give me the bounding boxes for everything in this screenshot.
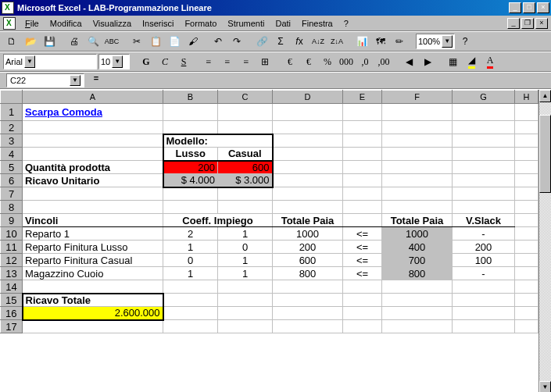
new-button[interactable]: 🗋: [3, 33, 20, 50]
print-button[interactable]: 🖨: [66, 33, 83, 50]
cell-D9[interactable]: Totale Paia: [273, 214, 343, 227]
drawing-button[interactable]: ✏: [391, 33, 408, 50]
col-A[interactable]: A: [23, 91, 163, 104]
cell-C12[interactable]: 1: [218, 254, 273, 267]
undo-button[interactable]: ↶: [209, 33, 227, 50]
hyperlink-button[interactable]: 🔗: [253, 33, 270, 50]
row-9[interactable]: 9: [1, 214, 23, 227]
currency-button[interactable]: €: [281, 53, 299, 70]
col-B[interactable]: B: [163, 91, 218, 104]
cell-F12[interactable]: 700: [382, 254, 453, 267]
cell-D10[interactable]: 1000: [273, 227, 343, 241]
row-6[interactable]: 6: [1, 174, 23, 187]
cell-G13[interactable]: -: [453, 267, 515, 280]
cell-C11[interactable]: 0: [218, 241, 273, 254]
cell-A13[interactable]: Magazzino Cuoio: [23, 267, 163, 280]
cell-C10[interactable]: 1: [218, 227, 273, 241]
workbook-icon[interactable]: [3, 17, 16, 30]
cell-E13[interactable]: <=: [343, 267, 382, 280]
scroll-down-button[interactable]: ▼: [539, 381, 551, 392]
percent-button[interactable]: %: [319, 53, 336, 70]
align-left-button[interactable]: ≡: [200, 53, 217, 70]
col-F[interactable]: F: [382, 91, 453, 104]
merge-button[interactable]: ⊞: [256, 53, 274, 70]
dec-indent-button[interactable]: ◀: [400, 53, 417, 70]
row-2[interactable]: 2: [1, 121, 23, 134]
sort-desc-button[interactable]: Z↓A: [328, 33, 345, 50]
cell-B10[interactable]: 2: [163, 227, 218, 241]
font-combo[interactable]: Arial▼: [3, 54, 97, 69]
zoom-combo[interactable]: 100%▼: [416, 34, 455, 49]
cell-C13[interactable]: 1: [218, 267, 273, 280]
row-3[interactable]: 3: [1, 134, 23, 148]
doc-restore-button[interactable]: ❐: [521, 18, 534, 29]
close-button[interactable]: ×: [537, 2, 549, 13]
cell-F13[interactable]: 800: [382, 267, 453, 280]
cell-G9[interactable]: V.Slack: [453, 214, 515, 227]
cell-B13[interactable]: 1: [163, 267, 218, 280]
row-16[interactable]: 16: [1, 307, 23, 320]
font-color-button[interactable]: A: [481, 53, 499, 70]
underline-button[interactable]: S: [175, 53, 192, 70]
cell-B5[interactable]: 200: [163, 161, 218, 174]
scroll-up-button[interactable]: ▲: [539, 90, 551, 102]
cell-A10[interactable]: Reparto 1: [23, 227, 163, 241]
spreadsheet-grid[interactable]: A B C D E F G H 1 Scarpa Comoda 2 3 Mode…: [0, 89, 551, 392]
menu-help[interactable]: ?: [339, 17, 353, 30]
bold-button[interactable]: G: [138, 53, 155, 70]
cell-D11[interactable]: 200: [273, 241, 343, 254]
open-button[interactable]: 📂: [22, 33, 39, 50]
cell-D12[interactable]: 600: [273, 254, 343, 267]
size-combo[interactable]: 10▼: [98, 54, 130, 69]
fill-color-button[interactable]: ◢: [463, 53, 480, 70]
cell-C5[interactable]: 600: [218, 161, 273, 174]
cell-C4[interactable]: Casual: [218, 148, 273, 161]
euro-button[interactable]: €: [300, 53, 317, 70]
row-5[interactable]: 5: [1, 161, 23, 174]
minimize-button[interactable]: _: [509, 2, 521, 13]
map-button[interactable]: 🗺: [372, 33, 389, 50]
help-button[interactable]: ?: [456, 33, 474, 50]
scroll-thumb[interactable]: [539, 115, 551, 193]
row-12[interactable]: 12: [1, 254, 23, 267]
cell-A5[interactable]: Quantità prodotta: [23, 161, 163, 174]
row-14[interactable]: 14: [1, 280, 23, 294]
col-H[interactable]: H: [515, 91, 538, 104]
inc-indent-button[interactable]: ▶: [419, 53, 436, 70]
row-10[interactable]: 10: [1, 227, 23, 241]
fx-equals[interactable]: =: [89, 73, 103, 87]
italic-button[interactable]: C: [156, 53, 174, 70]
row-13[interactable]: 13: [1, 267, 23, 280]
function-button[interactable]: fx: [291, 33, 308, 50]
row-15[interactable]: 15: [1, 294, 23, 307]
maximize-button[interactable]: □: [523, 2, 535, 13]
cell-G10[interactable]: -: [453, 227, 515, 241]
cell-B12[interactable]: 0: [163, 254, 218, 267]
comma-button[interactable]: 000: [338, 53, 355, 70]
menu-inserisci[interactable]: Inserisci: [138, 17, 178, 30]
align-right-button[interactable]: ≡: [238, 53, 255, 70]
cell-E10[interactable]: <=: [343, 227, 382, 241]
cell-E11[interactable]: <=: [343, 241, 382, 254]
preview-button[interactable]: 🔍: [84, 33, 102, 50]
cell-E12[interactable]: <=: [343, 254, 382, 267]
cell-G11[interactable]: 200: [453, 241, 515, 254]
cell-F11[interactable]: 400: [382, 241, 453, 254]
col-C[interactable]: C: [218, 91, 273, 104]
sort-asc-button[interactable]: A↓Z: [309, 33, 327, 50]
cell-B3[interactable]: Modello:: [163, 134, 273, 148]
spellcheck-button[interactable]: ABC: [103, 33, 120, 50]
cell-B11[interactable]: 1: [163, 241, 218, 254]
menu-formato[interactable]: Formato: [180, 17, 221, 30]
cell-B4[interactable]: Lusso: [163, 148, 218, 161]
col-D[interactable]: D: [273, 91, 343, 104]
select-all[interactable]: [1, 91, 23, 104]
row-8[interactable]: 8: [1, 201, 23, 214]
align-center-button[interactable]: ≡: [219, 53, 236, 70]
row-1[interactable]: 1: [1, 104, 23, 121]
chart-button[interactable]: 📊: [353, 33, 370, 50]
name-box[interactable]: C22▼: [6, 73, 84, 87]
cell-A11[interactable]: Reparto Finitura Lusso: [23, 241, 163, 254]
formatpainter-button[interactable]: 🖌: [184, 33, 202, 50]
menu-file[interactable]: File: [20, 17, 44, 30]
